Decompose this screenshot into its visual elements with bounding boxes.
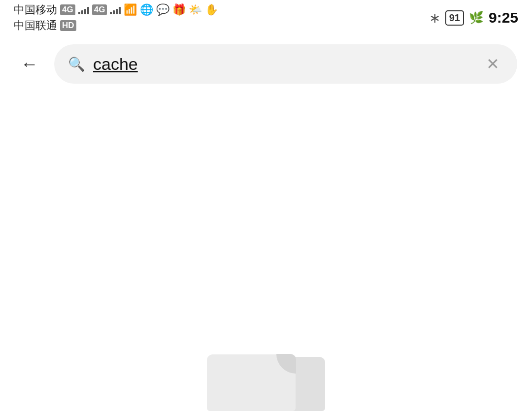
signal-bar-6 — [113, 10, 115, 14]
results-area — [0, 93, 532, 411]
clear-button[interactable]: ✕ — [482, 53, 503, 75]
bluetooth-icon: ∗ — [429, 10, 440, 26]
battery-level: 91 — [449, 12, 460, 23]
carrier2-signal — [110, 5, 121, 14]
back-arrow-icon: ← — [21, 54, 38, 74]
signal-bar-4 — [87, 7, 89, 14]
search-box[interactable]: 🔍 ✕ — [54, 44, 517, 84]
search-icon: 🔍 — [68, 56, 85, 72]
carrier1-row: 中国移动 4G 4G 📶 🌐 💬 🎁 — [14, 2, 218, 17]
status-bar: 中国移动 4G 4G 📶 🌐 💬 🎁 — [0, 0, 532, 35]
weather-icon: 🌤️ — [189, 3, 202, 16]
paper-curl — [276, 354, 296, 374]
carrier2-badge: HD — [60, 20, 76, 31]
signal-bar-7 — [116, 9, 118, 14]
leaf-icon: 🌿 — [469, 11, 484, 25]
chat-icon: 💬 — [156, 3, 169, 16]
wifi-icon: 📶 — [124, 3, 137, 16]
search-area: ← 🔍 ✕ — [0, 35, 532, 93]
carrier1-badge: 4G — [60, 4, 75, 15]
globe-icon: 🌐 — [140, 3, 153, 16]
battery-container: 91 — [445, 10, 464, 26]
carrier2-name: 中国联通 — [14, 18, 57, 33]
carrier-info: 中国移动 4G 4G 📶 🌐 💬 🎁 — [14, 2, 218, 33]
carrier2-row: 中国联通 HD — [14, 18, 218, 33]
search-input[interactable] — [93, 55, 474, 74]
carrier2-4g-badge: 4G — [92, 4, 107, 15]
paper-front — [207, 354, 296, 411]
signal-bar-5 — [110, 12, 112, 14]
carrier1-name: 中国移动 — [14, 2, 57, 17]
battery-indicator: 91 — [445, 10, 464, 26]
signal-bar-3 — [84, 9, 86, 14]
time-display: 9:25 — [489, 9, 518, 26]
signal-bar-1 — [78, 12, 80, 14]
gift-icon: 🎁 — [172, 3, 186, 16]
carrier1-signal — [78, 5, 89, 14]
clear-icon: ✕ — [486, 55, 499, 73]
signal-bar-2 — [81, 10, 83, 14]
signal-bar-8 — [119, 7, 121, 14]
hand-icon: ✋ — [205, 3, 218, 16]
empty-state-illustration — [207, 347, 325, 411]
status-right: ∗ 91 🌿 9:25 — [429, 9, 518, 26]
back-button[interactable]: ← — [15, 49, 44, 79]
